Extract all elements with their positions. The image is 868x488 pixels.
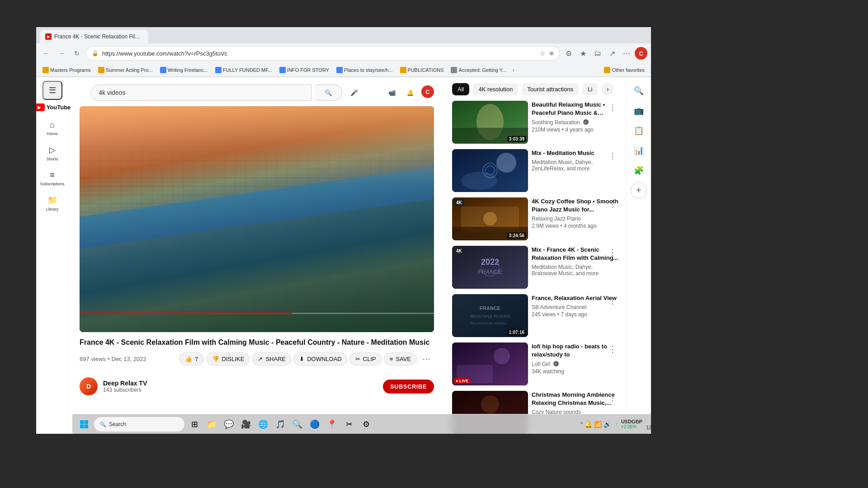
- bookmark-writing[interactable]: Writing Freelanc...: [157, 66, 211, 75]
- start-button[interactable]: [76, 416, 92, 432]
- forward-button[interactable]: →: [55, 47, 68, 60]
- system-tray: ^ 🔔 📶 🔊: [580, 421, 611, 428]
- card-menu-7[interactable]: ⋮: [607, 391, 618, 404]
- taskbar-search-bar[interactable]: 🔍 Search: [94, 417, 184, 432]
- bookmark-places[interactable]: Places to stay/see/h...: [334, 66, 396, 75]
- notification-icon[interactable]: 🔔: [585, 421, 592, 428]
- favorites-button[interactable]: ★: [577, 47, 590, 60]
- extensions-button[interactable]: ⚙: [562, 47, 575, 60]
- recommended-video-4[interactable]: 2022 FRANCE 4K Mix - France 4K - Scenic …: [452, 246, 618, 289]
- chip-4k[interactable]: 4K resolution: [473, 83, 518, 95]
- channel-avatar[interactable]: D: [80, 377, 98, 395]
- recommended-video-5[interactable]: FRANCE BEAUTIFUL PLACES RELAXATION AERIA…: [452, 294, 618, 337]
- zoom-button[interactable]: 🎥: [238, 416, 254, 432]
- taskbar-pinned-apps: ⊞ 📁 💬 🎥 🌐 🎵 🔍: [186, 416, 374, 432]
- network-icon[interactable]: 📶: [594, 421, 602, 428]
- yt-clipboard-button[interactable]: 📋: [631, 122, 647, 139]
- bookmark-icon: [279, 67, 286, 73]
- video-progress-bar[interactable]: [80, 313, 434, 314]
- recommended-video-2[interactable]: Mix - Meditation Music Meditation Music,…: [452, 149, 618, 192]
- save-button[interactable]: ≡ SAVE: [384, 352, 417, 366]
- zoom2-button[interactable]: 🔍: [289, 416, 306, 432]
- sidebar-subscriptions[interactable]: ≡ Subscriptions: [38, 167, 67, 190]
- more-actions-button[interactable]: ⋯: [419, 351, 434, 366]
- bookmarks-chevron[interactable]: ›: [513, 67, 514, 73]
- notifications-button[interactable]: 🔔: [403, 85, 418, 100]
- sidebar-library[interactable]: 📁 Library: [38, 192, 67, 215]
- clip-button[interactable]: ✂ CLIP: [349, 352, 382, 366]
- tab-title: France 4K - Scenic Relaxation Film with …: [54, 33, 143, 40]
- search-bar-container[interactable]: [91, 84, 311, 101]
- bookmark-funded[interactable]: FULLY FUNDED MF...: [212, 66, 275, 75]
- card-menu-1[interactable]: ⋮: [607, 101, 618, 114]
- search-input[interactable]: [99, 89, 304, 96]
- explorer-icon: 📁: [207, 419, 217, 429]
- browser-settings-button[interactable]: ⋯: [620, 47, 633, 60]
- card-menu-2[interactable]: ⋮: [607, 149, 618, 163]
- share-button[interactable]: ↗ SHARE: [252, 352, 292, 366]
- collections-button[interactable]: 🗂: [591, 47, 604, 60]
- bookmark-accepted[interactable]: Accepted: Getting Y...: [448, 66, 509, 75]
- maps-button[interactable]: 📍: [324, 416, 340, 432]
- shorts-icon: ▷: [49, 145, 56, 155]
- card-menu-5[interactable]: ⋮: [607, 294, 618, 308]
- settings-button[interactable]: ⚙: [358, 416, 374, 432]
- extension-icon-right: 🧩: [634, 165, 644, 175]
- channel-name[interactable]: Deep Relax TV: [103, 380, 147, 387]
- search-button[interactable]: 🔍: [315, 84, 342, 101]
- chip-next-arrow[interactable]: ›: [601, 83, 614, 95]
- card-menu-3[interactable]: ⋮: [607, 197, 618, 211]
- yt-profile-button[interactable]: C: [421, 85, 434, 98]
- bookmark-info[interactable]: INFO FOR STORY: [277, 66, 332, 75]
- svg-text:RELAXATION AERIAL...: RELAXATION AERIAL...: [471, 321, 510, 325]
- edge-button[interactable]: 🌐: [255, 416, 271, 432]
- like-button[interactable]: 👍 7: [179, 352, 204, 366]
- bookmark-masters[interactable]: Masters Programs: [40, 66, 94, 75]
- card-menu-6[interactable]: ⋮: [607, 343, 618, 356]
- clock[interactable]: 1:29 PM 12/15/2022: [646, 418, 651, 431]
- chip-all[interactable]: All: [452, 83, 469, 95]
- chrome-button[interactable]: 🔵: [307, 416, 323, 432]
- sidebar-shorts[interactable]: ▷ Shorts: [38, 141, 67, 165]
- recommended-video-3[interactable]: 4K 3:24:56 4K Cozy Coffee Shop • Smooth …: [452, 197, 618, 240]
- yt-extension-button[interactable]: 🧩: [631, 162, 647, 178]
- card-info-4: Mix - France 4K - Scenic Relaxation Film…: [532, 246, 618, 289]
- back-button[interactable]: ←: [40, 47, 52, 60]
- file-explorer-button[interactable]: 📁: [203, 416, 220, 432]
- bookmark-acting[interactable]: Summer Acting Pro...: [95, 66, 156, 75]
- volume-icon[interactable]: 🔊: [604, 421, 611, 428]
- yt-search-icon-btn[interactable]: 🔍: [631, 83, 647, 99]
- share-browser-button[interactable]: ↗: [606, 47, 618, 60]
- profile-button[interactable]: C: [635, 47, 647, 60]
- recommended-video-6[interactable]: ● LIVE lofi hip hop radio - beats to rel…: [452, 343, 618, 385]
- subscribe-button[interactable]: SUBSCRIBE: [383, 380, 434, 394]
- bookmark-star-icon[interactable]: ☆: [540, 50, 546, 57]
- yt-office-button[interactable]: 📊: [631, 142, 647, 159]
- taskview-button[interactable]: ⊞: [186, 416, 203, 432]
- youtube-main-content: 🔍 🎤 📹 🔔 C: [69, 77, 445, 434]
- recommended-video-1[interactable]: 3:03:39 Beautiful Relaxing Music • Peace…: [452, 101, 618, 144]
- active-tab[interactable]: ▶ France 4K - Scenic Relaxation Film wit…: [40, 30, 148, 43]
- dislike-button[interactable]: 👎 DISLIKE: [206, 352, 250, 366]
- download-button[interactable]: ⬇ DOWNLOAD: [293, 352, 348, 366]
- spotify-button[interactable]: 🎵: [272, 416, 288, 432]
- mic-button[interactable]: 🎤: [346, 84, 362, 101]
- chip-li[interactable]: Li: [582, 83, 598, 95]
- create-button[interactable]: 📹: [385, 85, 400, 100]
- snip-button[interactable]: ✂: [341, 416, 357, 432]
- card-views-3: 2.9M views • 4 months ago: [532, 223, 618, 229]
- reload-button[interactable]: ↻: [71, 47, 83, 60]
- sidebar-home[interactable]: ⌂ Home: [38, 117, 67, 140]
- tray-up-icon[interactable]: ^: [580, 422, 583, 427]
- bookmark-publications[interactable]: PUBLICATIONS: [397, 66, 447, 75]
- video-player[interactable]: [80, 106, 434, 332]
- youtube-sidebar: ☰ ▶ YouTube ⌂ Home ▷ Shorts: [36, 77, 69, 434]
- hamburger-menu-button[interactable]: ☰: [42, 81, 62, 100]
- card-menu-4[interactable]: ⋮: [607, 246, 618, 259]
- yt-add-button[interactable]: +: [631, 182, 647, 198]
- bookmarks-overflow[interactable]: Other favorites: [601, 66, 647, 75]
- teams-button[interactable]: 💬: [221, 416, 237, 432]
- chip-tourist[interactable]: Tourist attractions: [522, 83, 579, 95]
- yt-cast-button[interactable]: 📺: [631, 103, 647, 119]
- address-bar[interactable]: 🔒 https://www.youtube.com/watch?v=rPsc3g…: [86, 46, 560, 61]
